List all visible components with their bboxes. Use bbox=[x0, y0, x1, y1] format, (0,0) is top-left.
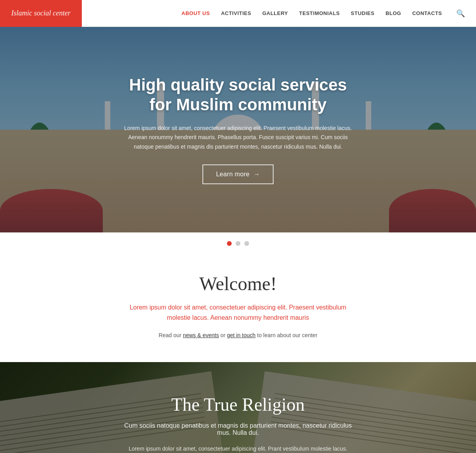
nav-item-contacts[interactable]: CONTACTS bbox=[412, 10, 442, 16]
learn-more-button[interactable]: Learn more → bbox=[202, 164, 273, 184]
welcome-section: Welcome! Lorem ipsum dolor sit amet, con… bbox=[0, 253, 476, 362]
slider-dots bbox=[0, 232, 476, 253]
hero-description: Lorem ipsum dolor sit amet, consectetuer… bbox=[119, 124, 357, 152]
text-read-our: Read our bbox=[159, 332, 183, 338]
religion-content: The True Religion Cum sociis natoque pen… bbox=[111, 394, 365, 453]
dot-2[interactable] bbox=[236, 241, 240, 246]
religion-title: The True Religion bbox=[119, 394, 357, 415]
dot-3[interactable] bbox=[244, 241, 249, 246]
header: Islamic social center ABOUT US ACTIVITIE… bbox=[0, 0, 476, 27]
navigation: ABOUT US ACTIVITIES GALLERY TESTIMONIALS… bbox=[82, 8, 476, 19]
religion-section: The True Religion Cum sociis natoque pen… bbox=[0, 362, 476, 453]
search-button[interactable]: 🔍 bbox=[453, 8, 468, 19]
welcome-title: Welcome! bbox=[8, 273, 468, 294]
arrow-right-icon: → bbox=[253, 171, 260, 178]
nav-item-activities[interactable]: ACTIVITIES bbox=[221, 10, 251, 16]
nav-item-gallery[interactable]: GALLERY bbox=[262, 10, 288, 16]
learn-more-label: Learn more bbox=[216, 171, 249, 178]
text-or: or bbox=[219, 332, 227, 338]
welcome-subtitle: Lorem ipsum dolor sit amet, consectetuer… bbox=[127, 302, 349, 323]
hero-content: High quality social services for Muslim … bbox=[119, 75, 357, 184]
welcome-body-text: Read our news & events or get in touch t… bbox=[8, 332, 468, 338]
religion-description: Lorem ipsum dolor sit amet, consectetuer… bbox=[119, 444, 357, 453]
logo: Islamic social center bbox=[7, 9, 76, 18]
text-to-learn: to learn about our center bbox=[255, 332, 317, 338]
nav-item-testimonials[interactable]: TESTIMONIALS bbox=[299, 10, 340, 16]
get-in-touch-link[interactable]: get in touch bbox=[227, 332, 255, 338]
religion-subtitle: Cum sociis natoque penatibus et magnis d… bbox=[119, 422, 357, 436]
dot-1[interactable] bbox=[227, 241, 232, 246]
hero-section: High quality social services for Muslim … bbox=[0, 27, 476, 232]
logo-block[interactable]: Islamic social center bbox=[0, 0, 82, 27]
hero-title: High quality social services for Muslim … bbox=[119, 75, 357, 115]
news-events-link[interactable]: news & events bbox=[183, 332, 219, 338]
search-icon: 🔍 bbox=[456, 9, 465, 17]
nav-item-blog[interactable]: BLOG bbox=[385, 10, 401, 16]
nav-item-about-us[interactable]: ABOUT US bbox=[181, 10, 210, 16]
nav-item-studies[interactable]: STUDIES bbox=[351, 10, 374, 16]
